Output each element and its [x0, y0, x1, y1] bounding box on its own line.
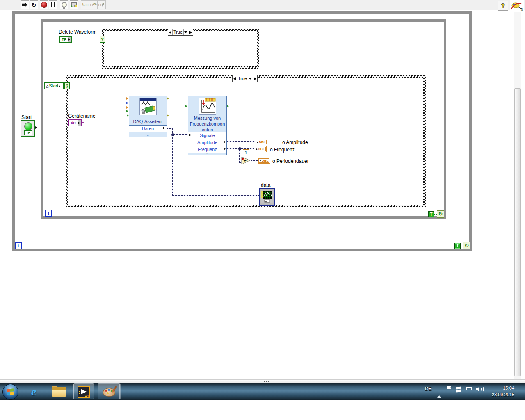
periodendauer-wire	[251, 160, 258, 161]
data-graph-label: data	[261, 182, 270, 188]
start-tf-chip: TF	[24, 130, 32, 135]
messung-amplitude-row[interactable]: Amplitude	[188, 139, 226, 146]
wire-junction-dot	[171, 133, 174, 136]
local-variable-house-icon: ⌂	[46, 84, 49, 88]
abort-button[interactable]	[40, 0, 48, 9]
daq-input-arrow-icon	[126, 102, 128, 104]
taskbar-item-explorer[interactable]	[51, 384, 67, 399]
lightbulb-icon	[62, 2, 67, 7]
dbl-terminal-amplitude[interactable]: DBL	[255, 139, 267, 145]
start-menu-button[interactable]	[2, 384, 18, 400]
daten-output-arrow-icon	[163, 127, 165, 129]
messung-signale-row[interactable]: Signale	[188, 132, 226, 139]
vi-icon[interactable]: 1	[510, 0, 524, 12]
run-icon	[22, 2, 27, 7]
abort-icon	[41, 2, 47, 8]
outer-loop-condition-terminal[interactable]: ↻	[463, 242, 470, 249]
scrollbar-grip-icon	[264, 381, 269, 382]
delete-waveform-terminal[interactable]: TF	[59, 36, 72, 43]
taskbar-item-paint[interactable]	[98, 383, 120, 399]
waveform-graph-icon	[261, 190, 273, 203]
terminal-arrow-icon	[78, 122, 80, 124]
main-case-selector-terminal[interactable]: ?	[64, 82, 70, 89]
divide-node[interactable]: ÷	[241, 156, 251, 165]
show-hidden-icons-button[interactable]	[437, 388, 441, 396]
inner-loop-condition-terminal[interactable]: ↻	[437, 210, 444, 218]
case-next-arrow-icon[interactable]	[189, 31, 192, 34]
context-help-button[interactable]: ?	[498, 1, 508, 11]
terminal-arrow-icon	[260, 160, 261, 162]
language-indicator[interactable]: DE	[425, 386, 432, 392]
geraetename-terminal[interactable]: I/O	[68, 119, 82, 126]
step-over-button[interactable]: ▫↷	[89, 0, 98, 9]
case-prev-arrow-icon[interactable]	[169, 31, 171, 34]
outer-loop-iteration-terminal[interactable]: i	[15, 242, 22, 249]
folder-icon	[52, 386, 66, 397]
delete-case-selector-terminal[interactable]: ?	[100, 36, 105, 43]
windows-panes-icon	[456, 387, 461, 393]
start-local-variable[interactable]: ⌂ Start	[44, 82, 64, 89]
terminal-arrow-icon	[68, 38, 70, 41]
data-graph-wire	[172, 195, 259, 196]
messung-input-arrow-icon	[185, 105, 187, 107]
inner-loop-iteration-terminal[interactable]: i	[45, 210, 52, 217]
frequenz-output-arrow-icon	[224, 148, 226, 150]
labview-version-badge: 14	[85, 394, 89, 397]
clock[interactable]: 15:04 28.09.2015	[492, 385, 514, 398]
daq-wired-input-arrow-icon	[127, 114, 129, 117]
run-continuous-button[interactable]: ↻	[30, 0, 38, 9]
run-button[interactable]	[21, 0, 29, 9]
start-output-arrow-icon	[35, 126, 37, 129]
dbl-terminal-frequenz[interactable]: DBL	[254, 146, 267, 152]
dbl-terminal-periodendauer[interactable]: DBL	[258, 158, 270, 164]
step-into-button[interactable]: ↳▫	[81, 0, 89, 9]
inner-true-constant[interactable]: T	[428, 211, 434, 217]
delete-case-selector[interactable]: True	[168, 29, 193, 36]
retain-wire-values-button[interactable]	[70, 0, 78, 9]
messung-vi[interactable]: Messung von Frequenzkomponenten Signale …	[188, 96, 227, 155]
start-button-label: Start	[21, 114, 32, 120]
labview-icon-wrap: 14	[75, 385, 92, 399]
case-dropdown-icon[interactable]	[249, 78, 252, 80]
main-case-selector[interactable]: True	[232, 75, 258, 82]
retain-wire-values-icon	[71, 2, 77, 7]
daq-assistant-vi[interactable]: DAQ-Assistent Daten ⌄	[129, 96, 167, 137]
windows-update-tray-icon[interactable]	[456, 387, 461, 392]
daq-input-arrow-icon	[126, 110, 128, 112]
numeric-constant-one[interactable]: 1	[243, 149, 249, 155]
geraetename-label: Gerätename	[68, 113, 96, 119]
delete-waveform-label: Delete Waveform	[59, 29, 96, 35]
windows-logo-icon	[7, 388, 14, 395]
device-wire	[84, 116, 127, 116]
highlight-execution-button[interactable]	[60, 0, 68, 9]
main-case-selector-value: True	[237, 75, 248, 82]
data-graph-terminal[interactable]	[259, 188, 275, 206]
coercion-dot	[242, 158, 244, 160]
taskbar-item-internet-explorer[interactable]: e	[25, 384, 42, 399]
taskbar: e 14 DE 15:04 28.09.2015	[0, 383, 525, 400]
step-into-icon: ↳▫	[82, 2, 89, 7]
daq-daten-row[interactable]: Daten	[129, 125, 167, 132]
vi-icon-number: 1	[520, 7, 523, 12]
pause-icon	[51, 2, 55, 7]
pause-button[interactable]	[49, 0, 57, 9]
amplitude-output-arrow-icon	[224, 141, 226, 143]
vertical-scrollbar-thumb[interactable]	[514, 88, 521, 376]
vertical-scrollbar[interactable]	[514, 10, 521, 379]
case-next-arrow-icon[interactable]	[254, 77, 256, 80]
case-dropdown-icon[interactable]	[184, 31, 187, 33]
labview-icon: 14	[78, 386, 90, 398]
case-prev-arrow-icon[interactable]	[233, 77, 236, 80]
daq-output-arrow-icon	[167, 97, 169, 100]
expand-chevron-icon[interactable]: ⌄	[188, 152, 226, 155]
device-wire	[84, 116, 84, 123]
outer-true-constant[interactable]: T	[454, 243, 461, 249]
daten-wire	[172, 128, 173, 196]
amplitude-indicator-label: o Amplitude	[282, 139, 308, 145]
delete-case-selector-value: True	[172, 29, 184, 35]
frequenz-indicator-label: o Frequenz	[270, 147, 295, 153]
expand-chevron-icon[interactable]: ⌄	[129, 134, 167, 137]
step-out-button[interactable]: ▫↱	[97, 0, 106, 9]
taskbar-item-labview[interactable]: 14	[73, 383, 94, 399]
start-button-terminal[interactable]: TF	[21, 120, 35, 137]
